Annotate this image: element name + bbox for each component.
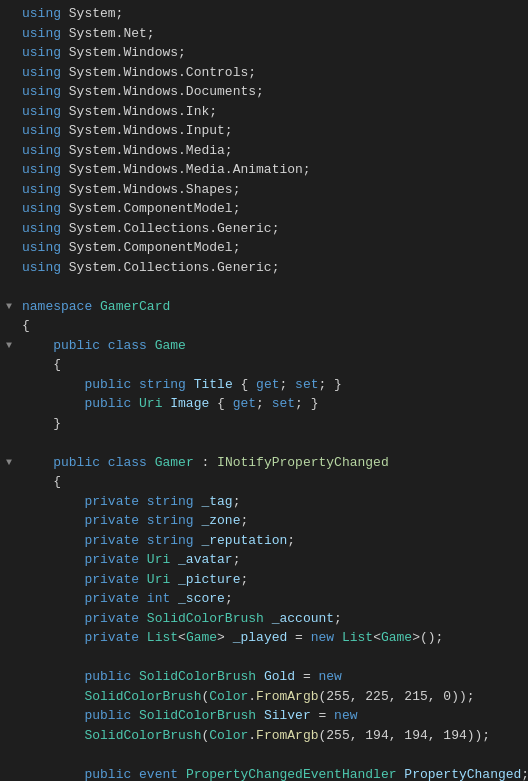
token-prop: PropertyChanged [404,767,521,782]
line-content: public Uri Image { get; set; } [22,394,528,414]
line-content: private Uri _avatar; [22,550,528,570]
token-field: _zone [201,513,240,528]
code-line: using System.Windows.Documents; [0,82,528,102]
token-plain: Windows.Controls; [123,65,256,80]
token-plain: > [217,630,233,645]
token-kw: using [22,123,61,138]
token-plain [22,455,53,470]
collapse-icon[interactable]: ▼ [2,456,16,470]
token-kw: using [22,162,61,177]
collapse-icon[interactable]: ▼ [2,300,16,314]
token-plain [139,591,147,606]
token-plain [22,708,84,723]
token-kw: public [84,708,131,723]
code-line: using System.ComponentModel; [0,199,528,219]
token-field: _reputation [201,533,287,548]
code-line: private string _reputation; [0,531,528,551]
token-plain: System. [61,45,123,60]
line-content: { [22,316,528,336]
code-line: private int _score; [0,589,528,609]
line-content: private string _tag; [22,492,528,512]
token-plain [22,728,84,743]
token-kw: using [22,260,61,275]
code-line: ▼namespace GamerCard [0,297,528,317]
token-plain [139,630,147,645]
token-type: SolidColorBrush [84,689,201,704]
token-plain: Windows.Shapes; [123,182,240,197]
collapse-icon[interactable]: ▼ [2,339,16,353]
token-type: SolidColorBrush [139,708,256,723]
line-content [22,433,528,453]
token-plain: ComponentModel; [123,201,240,216]
token-plain: Windows.Ink; [123,104,217,119]
token-plain [22,572,84,587]
token-method: FromArgb [256,728,318,743]
token-plain [186,377,194,392]
token-prop: Image [170,396,209,411]
line-content: using System.ComponentModel; [22,199,528,219]
token-kw: using [22,201,61,216]
token-plain [22,767,84,782]
token-plain: { [22,318,30,333]
code-line: using System.Windows.Controls; [0,63,528,83]
token-kw: public [22,338,100,353]
token-type: Uri [147,572,170,587]
token-plain: System. [61,84,123,99]
token-plain: >(); [412,630,443,645]
code-line: public SolidColorBrush Gold = new [0,667,528,687]
token-type: Gamer [155,455,194,470]
token-type: Color [209,728,248,743]
token-kw: int [147,591,170,606]
token-type: PropertyChangedEventHandler [186,767,397,782]
line-content: using System.Windows.Ink; [22,102,528,122]
code-line [0,277,528,297]
line-content: using System.Windows; [22,43,528,63]
token-plain: ; [225,591,233,606]
token-plain [256,708,264,723]
token-kw: set [295,377,318,392]
line-content: public class Gamer : INotifyPropertyChan… [22,453,528,473]
code-line: public SolidColorBrush Silver = new [0,706,528,726]
token-method: FromArgb [256,689,318,704]
token-kw: using [22,143,61,158]
token-plain [139,611,147,626]
token-plain: System. [61,162,123,177]
line-content: public SolidColorBrush Silver = new [22,706,528,726]
code-line: ▼ public class Game [0,336,528,356]
token-plain [256,669,264,684]
code-line: using System.Windows.Media.Animation; [0,160,528,180]
token-kw: using [22,65,61,80]
line-content: { [22,472,528,492]
token-kw: using [22,221,61,236]
token-plain: Windows; [123,45,185,60]
token-kw: class [108,338,147,353]
token-plain [22,630,84,645]
token-plain: ; [233,552,241,567]
token-plain: System. [61,143,123,158]
token-type: SolidColorBrush [84,728,201,743]
code-line: using System.Net; [0,24,528,44]
token-type: Uri [139,396,162,411]
token-plain [100,455,108,470]
token-iface: INotifyPropertyChanged [217,455,389,470]
code-line [0,745,528,765]
token-plain: System. [61,221,123,236]
code-line [0,433,528,453]
token-plain: = [295,669,318,684]
token-kw: get [233,396,256,411]
token-plain [100,338,108,353]
token-kw: set [272,396,295,411]
token-kw: public [84,377,131,392]
token-plain: . [248,728,256,743]
token-type: Game [186,630,217,645]
token-plain [131,669,139,684]
code-line: private Uri _avatar; [0,550,528,570]
token-plain: Windows.Input; [123,123,232,138]
code-line: private SolidColorBrush _account; [0,609,528,629]
token-type: Game [155,338,186,353]
token-type: SolidColorBrush [139,669,256,684]
token-plain [264,611,272,626]
line-content: using System.Windows.Input; [22,121,528,141]
token-plain [178,767,186,782]
token-plain: Windows.Media; [123,143,232,158]
